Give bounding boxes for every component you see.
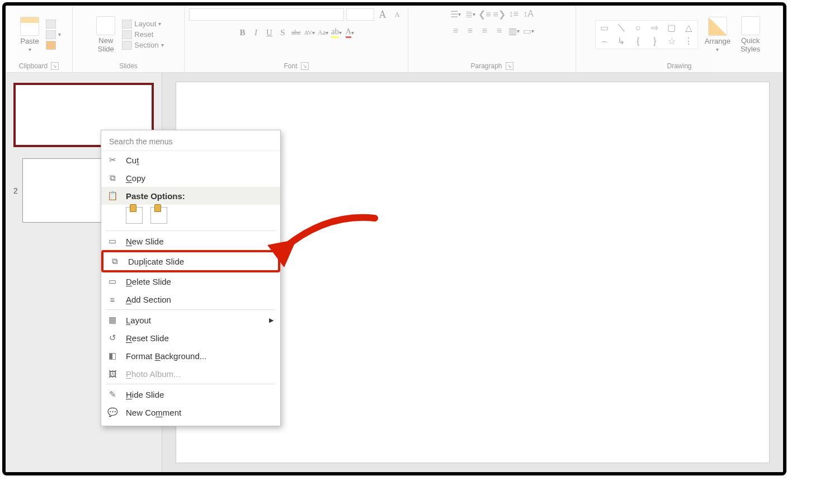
decrease-font-button[interactable]: A [391,8,403,21]
clipboard-launcher[interactable]: ↘ [51,62,59,70]
paste-button[interactable]: Paste ▾ [17,16,43,54]
arrange-button[interactable]: Arrange▾ [701,16,734,54]
menu-layout[interactable]: ▦ Layout ▶ [101,311,280,329]
layout-icon [122,20,132,29]
shape-arc-icon: ⌢ [597,35,612,48]
shapes-gallery[interactable]: ▭ ＼ ○ ⇨ ▢ △ ⌢ ↳ { } ☆ ⋮ [595,20,698,49]
increase-font-button[interactable]: A [376,8,389,21]
new-slide-button[interactable]: New Slide [93,15,119,54]
font-color-button[interactable]: A▾ [344,26,356,39]
font-label: Font [284,62,297,70]
menu-add-section[interactable]: ≡ Add Section [101,290,280,308]
drawing-label: Drawing [667,62,691,70]
section-icon: ≡ [107,294,118,304]
copy-button[interactable]: ▾ [46,30,61,39]
font-family-select[interactable] [189,8,344,21]
menu-copy[interactable]: ⧉ Copy [101,169,280,187]
menu-paste-options: 📋 Paste Options: [101,187,280,205]
menu-format-background[interactable]: ◧ Format Background... [101,347,280,365]
photo-album-icon: 🖼 [107,369,118,379]
char-spacing-button[interactable]: AV▾ [304,26,316,39]
brush-icon [46,41,56,50]
menu-delete-slide[interactable]: ▭ Delete Slide [101,272,280,290]
paste-icon [20,17,39,36]
indent-left-button[interactable]: ❮≡ [478,8,492,20]
delete-icon: ▭ [107,276,118,286]
layout-icon: ▦ [107,315,118,325]
shape-rrect-icon: ▢ [664,22,680,34]
italic-button[interactable]: I [250,26,262,39]
align-center-button[interactable]: ≡ [464,25,477,37]
menu-cut[interactable]: ✂ Cut [101,151,280,169]
numbering-button[interactable]: ≣▾ [464,8,477,20]
new-slide-label: New Slide [98,36,114,53]
align-left-button[interactable]: ≡ [449,25,463,37]
section-button[interactable]: Section▾ [122,41,163,50]
change-case-button[interactable]: Aa▾ [317,26,329,39]
shape-star-icon: ☆ [664,35,680,48]
cut-icon [46,20,56,29]
menu-photo-album: 🖼 Photo Album... [101,365,280,383]
group-paragraph: ☰▾ ≣▾ ❮≡ ≡❯ ↕≡ ↕A ≡ ≡ ≡ ≡ ▥▾ ▭▾ Paragrap… [408,6,576,72]
justify-button[interactable]: ≡ [493,25,506,37]
paste-dropdown-icon[interactable]: ▾ [29,46,31,53]
align-right-button[interactable]: ≡ [478,25,492,37]
shape-brace-r-icon: } [647,35,663,48]
bullets-button[interactable]: ☰▾ [449,8,463,20]
paste-option-theme[interactable] [126,207,143,224]
smartart-button[interactable]: ▭▾ [522,25,535,37]
reset-icon [122,30,132,39]
format-painter-button[interactable] [46,41,61,50]
copy-icon: ⧉ [107,173,118,183]
app-window: Paste ▾ ▾ Clipboard↘ New Slide Layout [2,2,786,475]
shadow-button[interactable]: S [277,26,289,39]
font-launcher[interactable]: ↘ [301,62,309,70]
reset-icon: ↺ [107,333,118,343]
menu-duplicate-slide[interactable]: ⧉ Duplicate Slide [101,250,280,272]
underline-button[interactable]: U [263,26,276,39]
separator [106,309,276,310]
group-clipboard: Paste ▾ ▾ Clipboard↘ [6,6,73,72]
strike-button[interactable]: abc [290,26,303,39]
paragraph-label: Paragraph [470,62,502,70]
scissors-icon: ✂ [107,155,118,165]
cut-button[interactable] [46,20,61,29]
group-font: A A B I U S abc AV▾ Aa▾ ab▾ A▾ Font↘ [185,6,408,72]
quick-styles-icon [741,16,760,35]
paste-label: Paste [20,37,39,45]
chevron-right-icon: ▶ [269,317,274,324]
shape-connector-icon: ↳ [614,35,629,48]
menu-hide-slide[interactable]: ✎ Hide Slide [101,385,280,403]
format-bg-icon: ◧ [107,351,118,361]
indent-right-button[interactable]: ≡❯ [493,8,506,20]
columns-button[interactable]: ▥▾ [507,25,521,37]
highlight-button[interactable]: ab▾ [331,26,343,39]
group-drawing: ▭ ＼ ○ ⇨ ▢ △ ⌢ ↳ { } ☆ ⋮ Arrange▾ [576,6,783,72]
shapes-more-icon[interactable]: ⋮ [681,35,696,48]
quick-styles-button[interactable]: Quick Styles [737,15,763,54]
group-slides: New Slide Layout▾ Reset Section▾ Slides [73,6,185,72]
layout-button[interactable]: Layout▾ [122,20,163,29]
comment-icon: 💬 [107,407,118,417]
font-size-select[interactable] [346,8,374,21]
paste-option-picture[interactable] [150,207,167,224]
slide-number-2: 2 [13,186,19,195]
bold-button[interactable]: B [237,26,249,39]
hide-icon: ✎ [107,389,118,399]
clipboard-icon: 📋 [107,191,118,201]
menu-new-comment[interactable]: 💬 New Comment [101,403,280,421]
text-direction-button[interactable]: ↕A [522,8,535,20]
copy-icon [46,30,56,39]
shape-arrow-icon: ⇨ [647,22,663,34]
menu-new-slide[interactable]: ▭ New Slide [101,232,280,250]
reset-button[interactable]: Reset [122,30,163,39]
menu-reset-slide[interactable]: ↺ Reset Slide [101,329,280,347]
section-icon [122,41,132,50]
new-slide-icon: ▭ [107,236,118,246]
line-spacing-button[interactable]: ↕≡ [507,8,521,20]
new-slide-icon [96,16,115,35]
shape-line-icon: ＼ [614,22,629,34]
separator [106,384,276,384]
paragraph-launcher[interactable]: ↘ [506,62,513,70]
menu-search-input[interactable]: Search the menus [101,133,280,151]
